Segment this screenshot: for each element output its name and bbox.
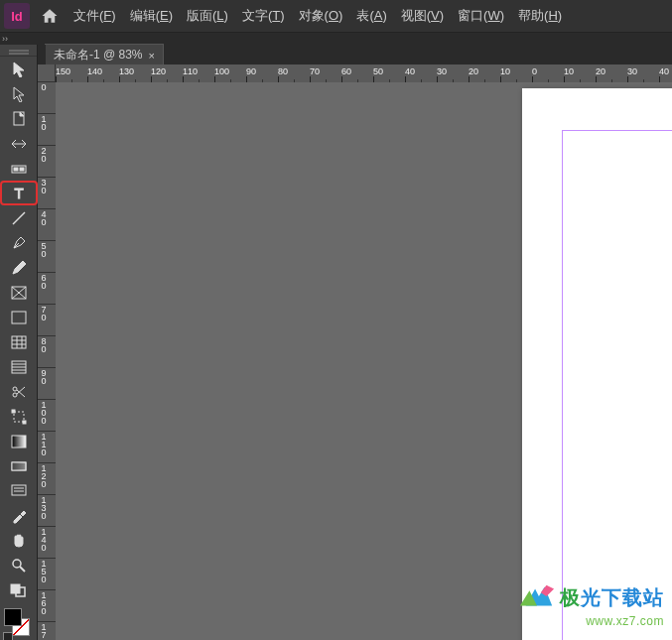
ruler-v-tick: 120 [38,463,56,495]
ruler-h-tick: 30 [627,64,659,82]
svg-point-19 [13,387,17,391]
ruler-h-tick: 110 [183,64,214,82]
ruler-v-tick: 50 [38,241,56,273]
app-icon: Id [4,3,30,29]
eyedropper-tool[interactable] [0,503,38,528]
menu-h[interactable]: 帮助(H) [518,7,562,25]
fill-stroke-swatch[interactable] [0,606,38,640]
ruler-v-tick: 90 [38,368,56,400]
ruler-h-tick: 40 [405,64,437,82]
ruler-h-tick: 120 [151,64,183,82]
menu-e[interactable]: 编辑(E) [130,7,173,25]
toolbox-grip[interactable] [0,45,37,57]
toolbox: T □ T [0,45,38,640]
horizontal-grid-tool[interactable] [0,354,38,379]
canvas-area[interactable]: 极光下载站 www.xz7.com [56,82,672,640]
fill-swatch[interactable] [4,608,22,626]
ruler-v-tick: 30 [38,178,56,209]
zoom-tool[interactable] [0,553,38,577]
gap-tool[interactable] [0,131,38,156]
svg-rect-29 [12,485,26,495]
svg-rect-25 [23,421,26,424]
close-tab-icon[interactable]: × [149,50,155,62]
pen-tool[interactable] [0,230,38,255]
svg-line-33 [20,567,25,572]
rectangle-tool[interactable] [0,305,38,329]
grid-tool[interactable] [0,329,38,354]
svg-rect-24 [12,410,15,413]
direct-selection-tool[interactable] [0,81,38,106]
gradient-feather-tool[interactable] [0,453,38,478]
menu-o[interactable]: 对象(O) [299,7,343,25]
ruler-v-tick: 0 [38,82,56,114]
ruler-origin[interactable] [38,64,56,82]
ruler-h-tick: 150 [56,64,87,82]
svg-rect-3 [20,168,24,171]
menu-t[interactable]: 文字(T) [242,7,285,25]
home-icon[interactable] [38,4,62,28]
ruler-h-tick: 70 [310,64,341,82]
dock-edge [38,45,46,64]
svg-rect-2 [14,168,18,171]
selection-tool[interactable] [0,57,38,81]
ruler-h-tick: 10 [500,64,532,82]
ruler-v-tick: 170 [38,622,56,640]
ruler-h-tick: 10 [564,64,596,82]
ruler-h-tick: 90 [246,64,278,82]
svg-rect-28 [12,462,26,470]
vertical-ruler[interactable]: 0102030405060708090100110120130140150160… [38,82,56,640]
page[interactable] [522,88,672,640]
svg-text:T: T [14,186,23,201]
ruler-h-tick: 130 [119,64,151,82]
ruler-h-tick: 50 [373,64,405,82]
ruler-h-tick: 60 [341,64,373,82]
menu-w[interactable]: 窗口(W) [458,7,504,25]
ruler-v-tick: 130 [38,495,56,527]
ruler-v-tick: 140 [38,527,56,559]
free-transform-tool[interactable] [0,404,38,429]
horizontal-ruler[interactable]: 1501401301201101009080706050403020100102… [38,64,672,82]
svg-rect-26 [12,436,26,448]
ruler-v-tick: 110 [38,432,56,463]
rectangle-frame-tool[interactable] [0,280,38,305]
ruler-v-tick: 100 [38,400,56,432]
page-tool[interactable] [0,106,38,131]
ruler-h-tick: 100 [214,64,246,82]
ruler-v-tick: 20 [38,146,56,178]
ruler-v-tick: 40 [38,209,56,241]
note-tool[interactable] [0,478,38,503]
ruler-v-tick: 160 [38,590,56,622]
ruler-v-tick: 80 [38,336,56,368]
fill-stroke-toggle-icon[interactable] [0,577,38,602]
menu-l[interactable]: 版面(L) [187,7,228,25]
svg-point-32 [13,560,21,568]
ruler-v-tick: 70 [38,305,56,336]
document-tab[interactable]: 未命名-1 @ 83% × [45,44,164,65]
type-tool[interactable]: T [0,181,38,205]
pencil-tool[interactable] [0,255,38,280]
line-tool[interactable] [0,205,38,230]
menu-v[interactable]: 视图(V) [401,7,444,25]
gradient-swatch-tool[interactable] [0,429,38,453]
svg-point-20 [13,393,17,397]
ruler-h-tick: 20 [469,64,500,82]
page-margin-guide [562,130,672,640]
ruler-h-tick: 80 [278,64,310,82]
ruler-h-tick: 0 [532,64,564,82]
ruler-v-tick: 10 [38,114,56,146]
ruler-h-tick: 140 [87,64,119,82]
default-swatch-icon[interactable] [3,632,13,640]
menu-a[interactable]: 表(A) [356,7,386,25]
ruler-h-tick: 30 [437,64,469,82]
ruler-v-tick: 150 [38,559,56,590]
expand-panels-icon[interactable]: ›› [2,34,8,44]
content-collector-tool[interactable] [0,156,38,181]
svg-line-5 [13,212,25,224]
svg-rect-9 [12,312,26,323]
menu-f[interactable]: 文件(F) [73,7,116,25]
scissors-tool[interactable] [0,379,38,404]
ruler-v-tick: 60 [38,273,56,305]
svg-rect-10 [12,336,26,348]
document-tab-label: 未命名-1 @ 83% [54,47,143,64]
hand-tool[interactable] [0,528,38,553]
